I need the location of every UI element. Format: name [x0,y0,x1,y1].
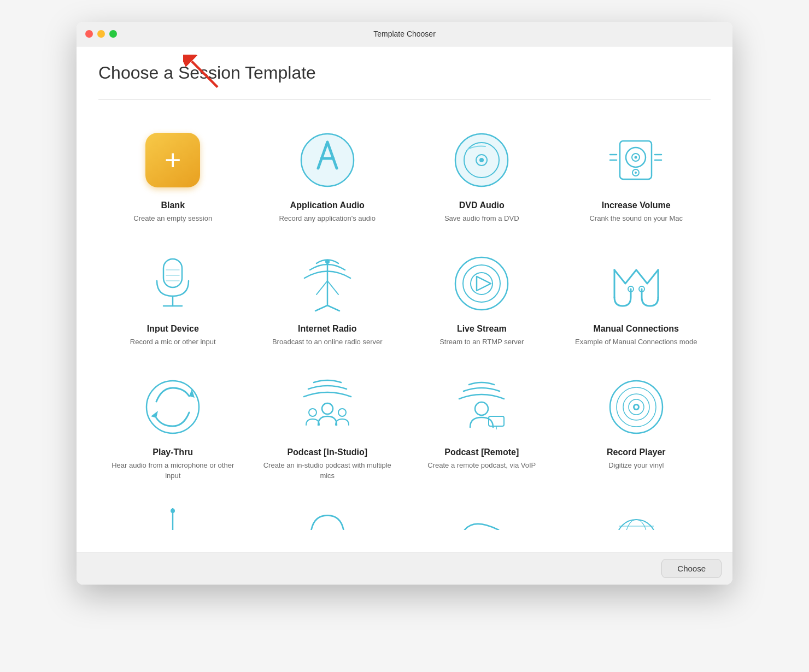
template-app-audio[interactable]: Application Audio Record any application… [253,116,402,234]
page-title: Choose a Session Template [98,63,711,83]
livestream-icon-wrapper [449,251,514,316]
template-record-desc: Digitize your vinyl [608,461,664,470]
template-blank-label: Blank [161,201,185,210]
blank-icon: + [145,133,200,187]
svg-line-28 [327,281,338,294]
title-bar: Template Chooser [77,22,732,46]
template-podcast-remote[interactable]: Podcast [Remote] Create a remote podcast… [407,363,556,491]
template-internet-radio[interactable]: Internet Radio Broadcast to an online ra… [253,240,402,358]
partial-template-row [98,497,711,541]
partial-icon-1 [151,508,195,530]
template-app-audio-desc: Record any application's audio [279,214,376,223]
partial-icon-3 [460,508,503,530]
svg-marker-37 [151,411,158,418]
svg-line-26 [327,305,339,311]
podcast-remote-icon-wrapper [449,374,514,440]
app-audio-icon [297,130,357,190]
svg-point-11 [635,156,637,159]
choose-button[interactable]: Choose [661,559,722,578]
window-title: Template Chooser [373,30,436,38]
template-podcast-studio-desc: Create an in-studio podcast with multipl… [261,461,394,480]
template-manual-label: Manual Connections [594,324,679,334]
close-button[interactable] [85,30,93,38]
dvd-icon-wrapper [449,127,514,193]
svg-point-32 [471,273,493,294]
template-dvd-desc: Save audio from a DVD [444,214,519,223]
template-podcast-remote-desc: Create a remote podcast, via VoIP [427,461,536,470]
svg-line-27 [316,281,327,294]
dvd-icon [452,130,512,190]
manual-connections-icon [606,254,666,314]
svg-point-38 [322,403,333,414]
partial-item-4[interactable] [562,497,711,541]
svg-point-13 [635,172,637,174]
template-podcast-remote-label: Podcast [Remote] [444,447,519,457]
livestream-icon [452,254,512,314]
blank-icon-wrapper: + [140,127,206,193]
speaker-icon [605,130,667,190]
record-player-icon-wrapper [603,374,669,440]
template-radio-label: Internet Radio [298,324,357,334]
content-area: Choose a Session Template + Blank [77,46,732,585]
podcast-studio-icon [297,377,357,437]
template-stream-label: Live Stream [457,324,507,334]
svg-point-39 [309,409,316,416]
bottom-bar: Choose [77,552,732,585]
template-volume-label: Increase Volume [602,201,671,210]
template-podcast-studio-label: Podcast [In-Studio] [287,447,367,457]
manual-connections-icon-wrapper [603,251,669,316]
template-volume-desc: Crank the sound on your Mac [589,214,683,223]
template-grid: + Blank Create an empty session Applicat… [98,116,711,492]
template-manual-desc: Example of Manual Connections mode [575,337,697,347]
partial-icon-4 [614,508,658,530]
maximize-button[interactable] [109,30,117,38]
podcast-remote-icon [452,377,512,437]
minimize-button[interactable] [97,30,105,38]
template-manual-connections[interactable]: Manual Connections Example of Manual Con… [562,240,711,358]
template-increase-volume[interactable]: Increase Volume Crank the sound on your … [562,116,711,234]
template-input-desc: Record a mic or other input [130,337,216,347]
speaker-icon-wrapper [603,127,669,193]
svg-point-29 [325,260,330,264]
template-playthru-desc: Hear audio from a microphone or other in… [107,461,239,480]
template-input-device[interactable]: Input Device Record a mic or other input [98,240,248,358]
svg-point-41 [475,402,488,415]
svg-point-40 [338,409,346,416]
partial-item-3[interactable] [407,497,556,541]
template-stream-desc: Stream to an RTMP server [439,337,524,347]
template-dvd-audio[interactable]: DVD Audio Save audio from a DVD [407,116,556,234]
plus-symbol: + [165,146,181,174]
record-player-icon [606,377,666,437]
template-blank[interactable]: + Blank Create an empty session [98,116,248,234]
svg-point-54 [171,509,175,513]
podcast-studio-icon-wrapper [295,374,360,440]
template-input-label: Input Device [147,324,199,334]
partial-item-1[interactable] [98,497,248,541]
template-record-label: Record Player [607,447,666,457]
template-playthru-label: Play-Thru [153,447,193,457]
partial-item-2[interactable] [253,497,402,541]
mic-icon [148,254,197,314]
svg-line-25 [315,305,327,311]
svg-point-31 [463,265,500,302]
radio-tower-icon [300,254,355,314]
partial-icon-2 [306,508,349,530]
divider [98,99,711,100]
template-dvd-label: DVD Audio [459,201,505,210]
playthru-icon [143,377,203,437]
template-blank-desc: Create an empty session [133,214,212,223]
template-radio-desc: Broadcast to an online radio server [272,337,383,347]
template-podcast-studio[interactable]: Podcast [In-Studio] Create an in-studio … [253,363,402,491]
svg-rect-18 [163,259,182,287]
template-app-audio-label: Application Audio [290,201,365,210]
template-live-stream[interactable]: Live Stream Stream to an RTMP server [407,240,556,358]
traffic-lights [85,30,117,38]
mic-icon-wrapper [140,251,206,316]
radio-tower-icon-wrapper [295,251,360,316]
svg-point-50 [635,405,638,409]
main-window: Template Chooser Choose a Session Templa… [77,22,732,585]
template-record-player[interactable]: Record Player Digitize your vinyl [562,363,711,491]
svg-point-7 [479,158,484,162]
app-audio-icon-wrapper [295,127,360,193]
template-play-thru[interactable]: Play-Thru Hear audio from a microphone o… [98,363,248,491]
